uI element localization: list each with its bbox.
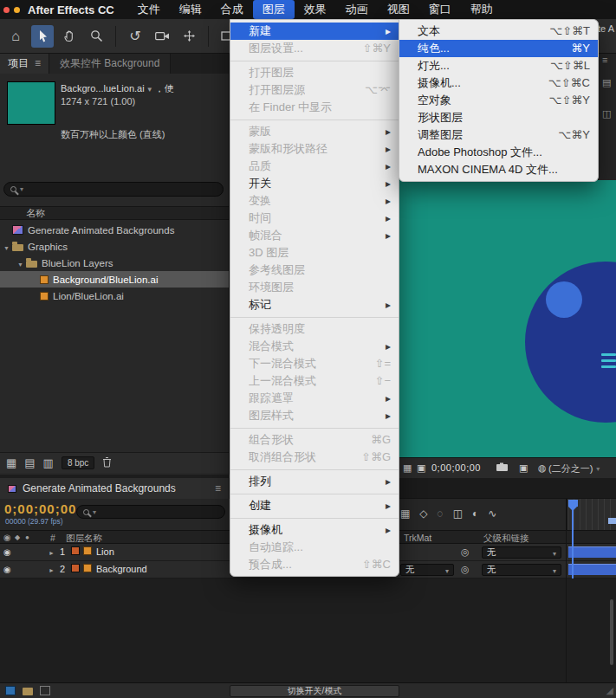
menu-item[interactable]: 品质 — [230, 158, 399, 175]
menu-item[interactable]: 预合成... ⇧⌘C — [230, 556, 399, 573]
menubar-item[interactable]: 帮助 — [461, 0, 503, 19]
submenu-item[interactable]: 纯色... ⌘Y — [399, 40, 598, 57]
hand-tool-icon[interactable] — [58, 25, 81, 48]
traffic-light-minimize-icon[interactable] — [14, 7, 20, 13]
hide-shy-layers-icon[interactable] — [438, 507, 444, 520]
toggle-switches-modes-button[interactable]: 切换开关/模式 — [230, 685, 399, 697]
selection-tool-icon[interactable] — [31, 25, 54, 48]
menu-item[interactable]: 环境图层 — [230, 279, 399, 296]
submenu-item[interactable]: 文本 ⌥⇧⌘T — [399, 23, 598, 40]
new-folder-icon[interactable] — [24, 456, 35, 469]
menu-item[interactable]: 创建 — [230, 497, 399, 514]
menu-item[interactable]: 保持透明度 — [230, 320, 399, 338]
parent-link-dropdown[interactable]: 无 — [482, 546, 561, 559]
new-composition-icon[interactable] — [43, 456, 54, 469]
eye-icon[interactable] — [3, 564, 11, 574]
menu-item[interactable]: 时间 — [230, 210, 399, 227]
pan-behind-tool-icon[interactable] — [178, 25, 200, 48]
menu-item[interactable]: 上一混合模式 ⇧− — [230, 372, 399, 390]
project-tree-row[interactable]: Lion/BlueLion.ai — [0, 288, 229, 304]
menu-item[interactable]: 在 Finder 中显示 — [230, 99, 399, 116]
menu-item[interactable]: 跟踪遮罩 — [230, 390, 399, 407]
menubar-item[interactable]: 编辑 — [170, 0, 211, 19]
menu-item[interactable] — [230, 518, 399, 519]
menubar-item[interactable]: 效果 — [295, 0, 336, 19]
menu-item[interactable]: 自动追踪... — [230, 539, 399, 556]
viewer-option-icon[interactable] — [403, 462, 412, 474]
menubar-item[interactable]: 窗口 — [419, 0, 461, 19]
parent-column-header[interactable]: 父级和链接 — [483, 533, 529, 545]
frame-blending-icon[interactable] — [453, 507, 463, 520]
menu-item[interactable]: 打开图层源 ⌥⌤ — [230, 81, 399, 99]
menu-item[interactable] — [230, 469, 399, 470]
menu-item[interactable]: 标记 — [230, 296, 399, 313]
timeline-search-input[interactable]: ▾ — [76, 505, 225, 519]
layer-twirl-icon[interactable] — [49, 546, 55, 557]
interpret-footage-icon[interactable] — [6, 456, 16, 469]
trkmat-dropdown[interactable]: 无 — [400, 564, 454, 576]
project-tree-row[interactable]: Generate Animated Backgrounds — [0, 222, 229, 238]
parent-link-dropdown[interactable]: 无 — [482, 564, 561, 576]
project-tree-row[interactable]: BlueLion Layers — [0, 255, 229, 271]
submenu-item[interactable]: 形状图层 — [399, 109, 598, 126]
home-icon[interactable] — [4, 25, 27, 48]
viewer-option-icon[interactable] — [417, 462, 425, 474]
trkmat-none-icon[interactable] — [461, 564, 470, 575]
rotate-tool-icon[interactable] — [124, 25, 146, 48]
trash-icon[interactable] — [102, 456, 112, 470]
submenu-item[interactable]: 摄像机... ⌥⇧⌘C — [399, 74, 598, 92]
tab-effect-controls[interactable]: 效果控件 Background — [49, 54, 171, 74]
menu-item[interactable] — [230, 61, 399, 61]
menubar-item[interactable]: 图层 — [253, 0, 295, 19]
collapsed-panel-icon[interactable] — [602, 108, 611, 120]
menu-item[interactable] — [230, 120, 399, 120]
twirl-down-icon[interactable] — [17, 258, 26, 268]
playhead-handle[interactable] — [568, 500, 578, 507]
toggle-in-out-pane-icon[interactable] — [40, 686, 50, 695]
resolution-dropdown[interactable]: (二分之一) ▾ — [548, 462, 600, 475]
panel-menu-icon[interactable] — [35, 54, 41, 74]
label-color-chip[interactable] — [71, 546, 80, 555]
draft-3d-icon[interactable] — [419, 507, 427, 520]
menu-item[interactable]: 打开图层 — [230, 64, 399, 81]
current-timecode[interactable]: 0;00;00;00 — [4, 501, 76, 516]
menu-item[interactable]: 混合模式 — [230, 338, 399, 355]
menu-item[interactable]: 排列 — [230, 473, 399, 490]
project-tree-row[interactable]: Graphics — [0, 238, 229, 255]
menu-item[interactable]: 组合形状 ⌘G — [230, 431, 399, 449]
layer-duration-bar[interactable] — [568, 546, 616, 558]
panel-menu-icon[interactable] — [602, 55, 607, 65]
dropdown-triangle-icon[interactable]: ▼ — [146, 86, 153, 94]
twirl-down-icon[interactable] — [3, 242, 12, 252]
menu-item[interactable]: 图层设置... ⇧⌘Y — [230, 40, 399, 57]
timeline-scrollbar[interactable] — [610, 599, 613, 665]
menubar-item[interactable]: 动画 — [336, 0, 378, 19]
menu-item[interactable] — [230, 494, 399, 494]
eye-icon[interactable] — [3, 546, 11, 557]
submenu-item[interactable]: 调整图层 ⌥⌘Y — [399, 126, 598, 144]
traffic-light-close-icon[interactable] — [3, 7, 10, 13]
submenu-item[interactable]: 空对象 ⌥⇧⌘Y — [399, 92, 598, 109]
resize-grip-icon[interactable] — [606, 685, 613, 696]
submenu-item[interactable]: MAXON CINEMA 4D 文件... — [399, 161, 598, 178]
project-search-input[interactable]: ▾ — [3, 182, 224, 197]
menu-item[interactable] — [230, 317, 399, 318]
menu-item[interactable]: 图层样式 — [230, 407, 399, 424]
menu-item[interactable]: 蒙版 — [230, 123, 399, 140]
show-channels-icon[interactable] — [538, 462, 547, 474]
project-name-column-header[interactable]: 名称 — [0, 206, 229, 220]
bit-depth-button[interactable]: 8 bpc — [62, 456, 94, 469]
snapshot-camera-icon[interactable] — [496, 462, 509, 473]
panel-menu-icon[interactable] — [215, 482, 221, 494]
submenu-item[interactable]: Adobe Photoshop 文件... — [399, 144, 598, 161]
submenu-item[interactable]: 灯光... ⌥⇧⌘L — [399, 57, 598, 74]
layer-name[interactable]: Background — [96, 564, 147, 574]
layer-name-column-header[interactable]: 图层名称 — [66, 533, 102, 545]
menu-item[interactable]: 取消组合形状 ⇧⌘G — [230, 449, 399, 466]
menu-item[interactable]: 参考线图层 — [230, 262, 399, 279]
layer-twirl-icon[interactable] — [49, 564, 55, 574]
menu-item[interactable]: 变换 — [230, 192, 399, 210]
timeline-split-divider[interactable] — [566, 499, 567, 682]
project-tree-row[interactable]: Background/BlueLion.ai — [0, 271, 229, 288]
timeline-tab[interactable]: Generate Animated Backgrounds — [0, 478, 230, 499]
